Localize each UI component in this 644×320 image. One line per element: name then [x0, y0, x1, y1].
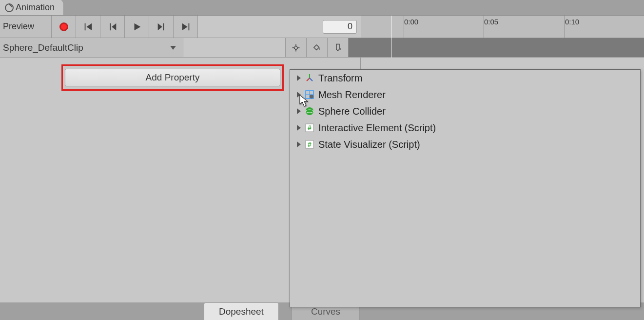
- dropdown-caret-icon: [170, 46, 176, 50]
- expand-arrow-icon: [297, 125, 301, 131]
- ruler-tick-0: 0:00: [404, 18, 418, 26]
- event-marker-icon: +: [333, 43, 342, 52]
- animation-tab[interactable]: Animation: [0, 0, 64, 15]
- clip-row: Sphere_DefaultClip + +: [0, 38, 644, 58]
- add-property-highlight: Add Property: [61, 64, 284, 91]
- svg-rect-0: [294, 45, 298, 49]
- playback-controls: Preview 0:00 0:05 0:10: [0, 16, 644, 38]
- prev-frame-icon: [107, 21, 118, 32]
- first-frame-button[interactable]: [76, 16, 100, 38]
- timeline-ruler[interactable]: 0:00 0:05 0:10: [361, 16, 644, 38]
- svg-text:#: #: [308, 124, 312, 132]
- clip-name: Sphere_DefaultClip: [3, 42, 83, 53]
- svg-point-7: [310, 95, 313, 99]
- dopesheet-tab[interactable]: Dopesheet: [204, 302, 279, 320]
- property-popup: Transform Mesh Renderer Sphere Collider …: [290, 69, 641, 307]
- transform-icon: [305, 73, 314, 83]
- property-label: Mesh Renderer: [318, 89, 386, 100]
- last-frame-icon: [180, 21, 191, 32]
- tab-title: Animation: [16, 2, 55, 13]
- first-frame-icon: [83, 21, 94, 32]
- property-label: Sphere Collider: [318, 106, 386, 117]
- add-property-label: Add Property: [146, 72, 200, 82]
- mouse-cursor: [299, 95, 309, 107]
- play-button[interactable]: [125, 16, 149, 38]
- property-label: State Visualizer (Script): [318, 139, 420, 150]
- prev-frame-button[interactable]: [100, 16, 125, 38]
- diamond-plus-icon: +: [312, 43, 321, 52]
- property-item-mesh-renderer[interactable]: Mesh Renderer: [290, 86, 640, 103]
- script-icon: #: [305, 123, 314, 133]
- animation-clock-icon: [5, 3, 13, 11]
- next-frame-button[interactable]: [149, 16, 174, 38]
- next-frame-icon: [156, 21, 167, 32]
- record-icon: [59, 22, 68, 31]
- playhead[interactable]: [391, 16, 391, 58]
- add-event-button[interactable]: +: [328, 38, 349, 57]
- property-label: Transform: [318, 73, 362, 84]
- expand-arrow-icon: [297, 108, 301, 114]
- frame-input-wrap: [198, 16, 361, 38]
- ruler-tick-1: 0:05: [484, 18, 498, 26]
- svg-point-8: [306, 107, 313, 115]
- tab-bar: Animation: [0, 0, 644, 16]
- record-button[interactable]: [52, 16, 76, 38]
- property-item-interactive-element[interactable]: # Interactive Element (Script): [290, 120, 640, 136]
- property-label: Interactive Element (Script): [318, 122, 436, 134]
- property-item-sphere-collider[interactable]: Sphere Collider: [290, 103, 640, 120]
- dopesheet-label: Dopesheet: [219, 306, 264, 317]
- property-item-transform[interactable]: Transform: [290, 70, 640, 86]
- curves-label: Curves: [311, 306, 340, 317]
- bottom-spacer: [0, 302, 204, 320]
- svg-text:#: #: [308, 140, 312, 148]
- sphere-collider-icon: [305, 106, 314, 116]
- expand-arrow-icon: [297, 75, 301, 81]
- crosshair-icon: [292, 43, 300, 52]
- timeline-track[interactable]: [349, 38, 644, 57]
- preview-button[interactable]: Preview: [0, 16, 52, 38]
- last-frame-button[interactable]: [174, 16, 198, 38]
- property-item-state-visualizer[interactable]: # State Visualizer (Script): [290, 136, 640, 153]
- add-keyframe-button[interactable]: [286, 38, 307, 57]
- svg-text:+: +: [339, 47, 342, 52]
- add-property-button[interactable]: Add Property: [65, 69, 280, 86]
- expand-arrow-icon: [297, 141, 301, 147]
- add-key-diamond-button[interactable]: +: [307, 38, 328, 57]
- play-icon: [132, 21, 142, 32]
- clip-spacer: [183, 38, 286, 57]
- preview-label: Preview: [3, 21, 34, 32]
- svg-text:+: +: [318, 47, 321, 52]
- frame-input[interactable]: [323, 20, 357, 34]
- script-icon: #: [305, 140, 314, 149]
- clip-dropdown[interactable]: Sphere_DefaultClip: [0, 38, 183, 57]
- ruler-tick-2: 0:10: [565, 18, 579, 26]
